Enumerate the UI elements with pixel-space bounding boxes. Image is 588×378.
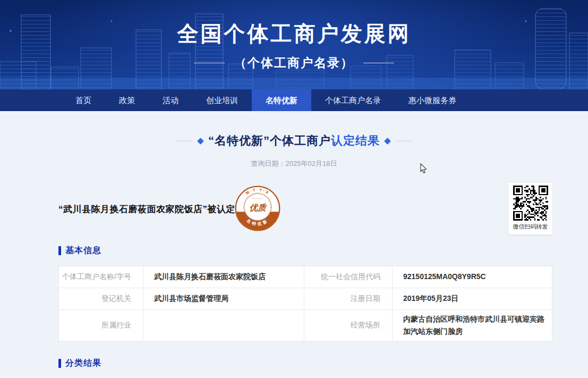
title-left-line [177,141,193,141]
nav-item-home[interactable]: 首页 [62,89,105,111]
table-label: 所属行业 [59,310,143,341]
table-label: 统一社会信用代码 [304,266,393,288]
nav-item-training[interactable]: 创业培训 [192,89,252,111]
query-date: 查询日期：2025年02月18日 [0,159,588,169]
nav-item-directory[interactable]: 个体工商户名录 [311,89,395,111]
qr-caption: 微信扫码转发 [513,223,548,231]
table-value: 武川县市场监督管理局 [143,288,304,310]
table-label: 注册日期 [304,288,393,310]
basic-info-title: 基本信息 [65,245,101,256]
subtitle-right-line [363,63,394,63]
table-value: 92150125MA0Q8Y9R5C [393,266,552,288]
result-title-highlight: 认定结果 [331,134,380,147]
table-value [143,310,304,341]
query-date-label: 查询日期： [251,159,286,167]
subtitle-left-line [194,63,225,63]
diamond-icon [384,138,391,145]
header-banner: 全国个体工商户发展网 （个体工商户名录） [0,0,588,89]
wechat-qr-panel: 微信扫码转发 [508,183,552,234]
certification-statement: “武川县陈月换石磨莜面农家院饭店”被认定为： [58,203,254,215]
table-value: 2019年05月23日 [393,288,552,310]
basic-info-header: 基本信息 [58,245,101,256]
nav-item-mtyx[interactable]: 名特优新 [252,89,311,111]
section-bar-icon [58,359,61,368]
nav-item-policy[interactable]: 政策 [105,89,149,111]
diamond-icon [197,138,204,145]
result-title-row: “名特优新”个体工商户认定结果 [0,133,588,149]
nav-item-voucher[interactable]: 惠小微服务券 [395,89,470,111]
seal-center-text: 优质 [249,203,267,212]
section-bar-icon [58,246,61,255]
table-label: 经营场所 [304,310,393,341]
seal-dots: ····· [252,196,263,201]
main-nav: 首页 政策 活动 创业培训 名特优新 个体工商户名录 惠小微服务券 [0,89,588,111]
result-title-prefix: “名特优新”个体工商户 [208,134,331,147]
table-label: 登记机关 [59,288,143,310]
nav-item-activity[interactable]: 活动 [149,89,192,111]
quality-seal-icon: M·T·Y·X ····· 优质 名特优新 [234,185,281,232]
table-label: 个体工商户名称/字号 [59,266,143,288]
site-subtitle-row: （个体工商户名录） [0,55,588,71]
classification-title: 分类结果 [65,358,101,369]
title-right-line [395,141,411,141]
qr-code-icon [513,186,548,221]
table-value: 武川县陈月换石磨莜面农家院饭店 [143,266,304,288]
query-date-value: 2025年02月18日 [286,159,337,167]
table-value: 内蒙古自治区呼和浩特市武川县可镇迎宾路加汽站东侧门脸房 [393,310,552,341]
site-title: 全国个体工商户发展网 [0,19,588,48]
page: 全国个体工商户发展网 （个体工商户名录） 首页 政策 活动 创业培训 名特优新 … [0,0,588,378]
result-title: “名特优新”个体工商户认定结果 [208,133,380,149]
basic-info-table: 个体工商户名称/字号 武川县陈月换石磨莜面农家院饭店 统一社会信用代码 9215… [58,266,552,341]
site-subtitle: （个体工商户名录） [234,55,354,71]
classification-header: 分类结果 [58,358,101,369]
